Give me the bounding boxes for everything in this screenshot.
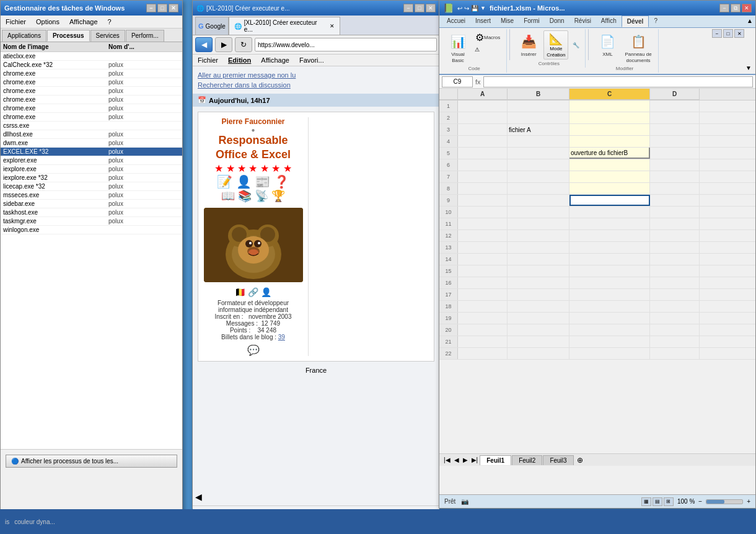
add-sheet-button[interactable]: ⊕	[574, 456, 586, 465]
cell-c7[interactable]	[569, 171, 650, 182]
row-header-12[interactable]: 12	[439, 230, 458, 241]
cell-c11[interactable]	[569, 218, 650, 229]
tab-donnees[interactable]: Donn	[545, 16, 569, 27]
inner-close-button[interactable]: ✕	[734, 29, 744, 38]
sheet-tab-feuil3[interactable]: Feuil3	[543, 455, 573, 465]
browser-tab-active[interactable]: 🌐 [XL-2010] Créer executeur e... ✕	[229, 17, 340, 35]
row-header-11[interactable]: 11	[439, 218, 458, 229]
page-layout-button[interactable]: ▤	[653, 497, 662, 506]
browser-nav-left[interactable]: ◀	[195, 492, 202, 502]
cell-c20[interactable]	[569, 324, 650, 336]
sheet-tab-next[interactable]: ▶	[461, 455, 470, 465]
cell-c10[interactable]	[569, 207, 650, 218]
tab-insert[interactable]: Insert	[470, 16, 496, 27]
cell-d5[interactable]	[650, 148, 700, 159]
menu-help[interactable]: ?	[105, 17, 114, 27]
menu-fichier[interactable]: Fichier	[3, 17, 29, 27]
row-header-5[interactable]: 5	[439, 148, 458, 159]
table-row[interactable]: chrome.exepolux	[1, 113, 182, 122]
inner-minimize-button[interactable]: −	[712, 29, 722, 38]
cell-a21[interactable]	[458, 336, 508, 347]
cell-d15[interactable]	[650, 265, 700, 277]
table-row-selected[interactable]: EXCEL.EXE *32polux	[1, 148, 182, 156]
nav-link-search[interactable]: Rechercher dans la discussion	[198, 81, 434, 89]
zoom-in-icon[interactable]: +	[747, 498, 750, 505]
cell-d2[interactable]	[650, 112, 700, 123]
cell-b10[interactable]	[508, 207, 569, 218]
back-button[interactable]: ◀	[195, 37, 213, 52]
cell-b3[interactable]: fichier A	[508, 124, 569, 135]
cell-a12[interactable]	[458, 230, 508, 241]
cell-d19[interactable]	[650, 313, 700, 324]
table-row[interactable]: csrss.exe	[1, 122, 182, 130]
cell-b14[interactable]	[508, 254, 569, 265]
table-row[interactable]: msseces.exepolux	[1, 191, 182, 200]
row-header-17[interactable]: 17	[439, 289, 458, 300]
tab-services[interactable]: Services	[90, 30, 125, 42]
cell-b4[interactable]	[508, 136, 569, 147]
table-row[interactable]: winlogon.exe	[1, 226, 182, 234]
cell-c9[interactable]	[569, 195, 650, 206]
tab-processus[interactable]: Processus	[47, 30, 90, 42]
table-row[interactable]: taskhost.exepolux	[1, 208, 182, 217]
cell-a17[interactable]	[458, 289, 508, 300]
cell-d1[interactable]	[650, 100, 700, 112]
cell-c5[interactable]: ouverture du fichierB	[569, 148, 650, 159]
cell-a1[interactable]	[458, 100, 508, 112]
cell-c21[interactable]	[569, 336, 650, 347]
cell-b13[interactable]	[508, 242, 569, 253]
col-header-b[interactable]: B	[508, 89, 569, 100]
cell-c3[interactable]	[569, 124, 650, 135]
cell-a3[interactable]	[458, 124, 508, 135]
cell-a5[interactable]	[458, 148, 508, 159]
col-header-c[interactable]: C	[569, 89, 650, 100]
cell-c15[interactable]	[569, 265, 650, 277]
cell-b11[interactable]	[508, 218, 569, 229]
cell-a18[interactable]	[458, 301, 508, 312]
row-header-8[interactable]: 8	[439, 183, 458, 194]
minimize-button[interactable]: −	[146, 4, 156, 12]
row-header-14[interactable]: 14	[439, 254, 458, 265]
row-header-19[interactable]: 19	[439, 313, 458, 324]
cell-d11[interactable]	[650, 218, 700, 229]
cell-d16[interactable]	[650, 277, 700, 288]
cell-d13[interactable]	[650, 242, 700, 253]
excel-minimize-button[interactable]: −	[719, 4, 729, 12]
tab-applications[interactable]: Applications	[2, 30, 46, 42]
tab-affichage[interactable]: Affich	[596, 16, 622, 27]
table-row[interactable]: chrome.exepolux	[1, 104, 182, 113]
menu-affichage[interactable]: Affichage	[67, 17, 100, 27]
cell-b22[interactable]	[508, 348, 569, 359]
cell-d17[interactable]	[650, 289, 700, 300]
tab-reviser[interactable]: Révisi	[569, 16, 596, 27]
cell-c1[interactable]	[569, 100, 650, 112]
excel-close-button[interactable]: ✕	[742, 4, 752, 12]
xml-button[interactable]: 📄 XML	[595, 30, 620, 65]
menu-fichier[interactable]: Fichier	[195, 55, 221, 65]
forward-button[interactable]: ▶	[215, 37, 232, 52]
maximize-button[interactable]: □	[157, 4, 167, 12]
table-row[interactable]: licecap.exe *32polux	[1, 182, 182, 191]
cell-b15[interactable]	[508, 265, 569, 277]
customize-icon[interactable]: ▼	[480, 5, 486, 11]
tab-help[interactable]: ?	[649, 16, 662, 27]
formula-input[interactable]	[483, 76, 753, 87]
cell-d3[interactable]	[650, 124, 700, 135]
nav-link-first-message[interactable]: Aller au premier message non lu	[198, 71, 434, 79]
cell-b19[interactable]	[508, 313, 569, 324]
cell-a16[interactable]	[458, 277, 508, 288]
tab-mise[interactable]: Mise	[496, 16, 519, 27]
cell-a14[interactable]	[458, 254, 508, 265]
cell-c22[interactable]	[569, 348, 650, 359]
row-header-20[interactable]: 20	[439, 324, 458, 336]
macro-security-button[interactable]: ⚠	[473, 46, 503, 53]
table-row[interactable]: CalCheck.exe *32polux	[1, 61, 182, 69]
table-row[interactable]: dllhost.exepolux	[1, 130, 182, 139]
browser-close-button[interactable]: ✕	[426, 4, 436, 12]
zoom-out-icon[interactable]: −	[698, 498, 702, 505]
row-header-2[interactable]: 2	[439, 112, 458, 123]
cell-b16[interactable]	[508, 277, 569, 288]
corner-select-all[interactable]	[439, 89, 458, 100]
table-row[interactable]: atieclxx.exe	[1, 52, 182, 61]
cell-d8[interactable]	[650, 183, 700, 194]
